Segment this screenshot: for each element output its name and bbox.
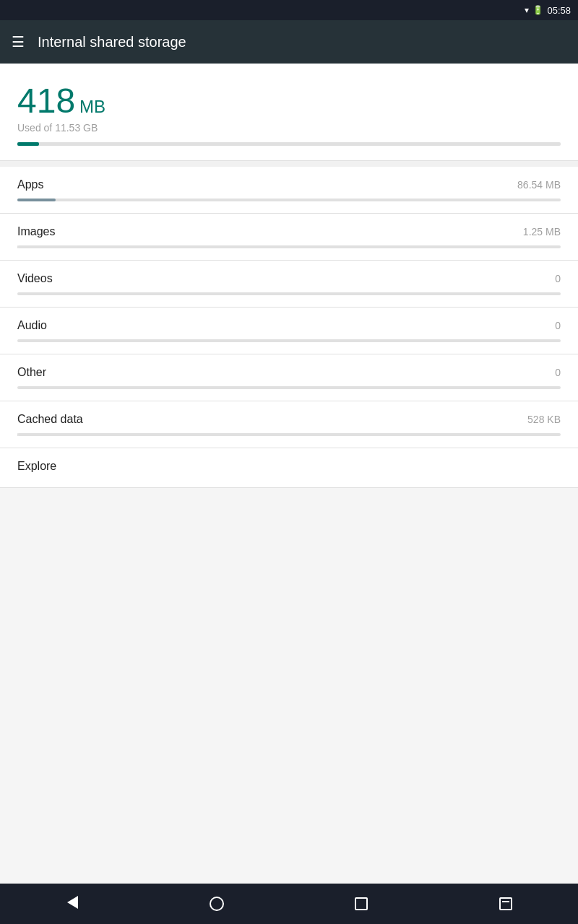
images-value: 1.25 MB: [523, 226, 561, 237]
storage-summary: 418 MB Used of 11.53 GB: [0, 64, 578, 160]
overall-progress-fill: [17, 142, 39, 146]
status-bar: ▾ 🔋 05:58: [0, 0, 578, 20]
apps-label: Apps: [17, 178, 43, 191]
videos-item[interactable]: Videos 0: [0, 261, 578, 307]
battery-icon: 🔋: [532, 5, 543, 15]
back-icon: [67, 896, 78, 912]
other-value: 0: [555, 367, 561, 378]
storage-used-label: Used of 11.53 GB: [17, 122, 561, 134]
other-item[interactable]: Other 0: [0, 354, 578, 401]
divider-explore: [0, 487, 578, 488]
home-button[interactable]: [199, 886, 235, 922]
home-icon: [210, 897, 224, 911]
apps-item[interactable]: Apps 86.54 MB: [0, 167, 578, 213]
audio-item[interactable]: Audio 0: [0, 308, 578, 354]
hamburger-menu-button[interactable]: ☰: [12, 35, 25, 49]
page-title: Internal shared storage: [38, 34, 186, 51]
other-progress-bar: [17, 386, 561, 389]
top-bar: ☰ Internal shared storage: [0, 20, 578, 64]
cached-progress-bar: [17, 433, 561, 436]
overall-progress-bar: [17, 142, 561, 146]
cached-item[interactable]: Cached data 528 KB: [0, 401, 578, 448]
content-area: 418 MB Used of 11.53 GB Apps 86.54 MB Im…: [0, 64, 578, 884]
status-time: 05:58: [547, 5, 571, 16]
recents-button[interactable]: [343, 886, 379, 922]
overview-button[interactable]: [488, 886, 524, 922]
apps-progress-fill: [17, 199, 56, 201]
images-progress-fill: [17, 245, 18, 248]
apps-value: 86.54 MB: [517, 179, 561, 191]
storage-number: 418: [17, 81, 75, 121]
storage-unit: MB: [79, 97, 105, 117]
images-label: Images: [17, 225, 55, 238]
storage-amount: 418 MB: [17, 81, 561, 121]
wifi-icon: ▾: [525, 5, 529, 15]
cached-label: Cached data: [17, 413, 83, 426]
other-label: Other: [17, 366, 46, 379]
videos-progress-bar: [17, 292, 561, 295]
status-icons: ▾ 🔋 05:58: [525, 5, 571, 16]
images-item[interactable]: Images 1.25 MB: [0, 214, 578, 260]
section-gap-top: [0, 161, 578, 167]
explore-item[interactable]: Explore: [0, 448, 578, 487]
recents-icon: [355, 897, 368, 910]
videos-label: Videos: [17, 272, 53, 285]
explore-label: Explore: [17, 460, 56, 473]
back-button[interactable]: [54, 886, 90, 922]
cached-value: 528 KB: [527, 414, 561, 425]
apps-progress-bar: [17, 199, 561, 201]
audio-value: 0: [555, 320, 561, 331]
bottom-nav: [0, 884, 578, 924]
images-progress-bar: [17, 245, 561, 248]
overview-icon: [499, 897, 512, 910]
videos-value: 0: [555, 273, 561, 284]
audio-label: Audio: [17, 319, 47, 332]
audio-progress-bar: [17, 339, 561, 342]
